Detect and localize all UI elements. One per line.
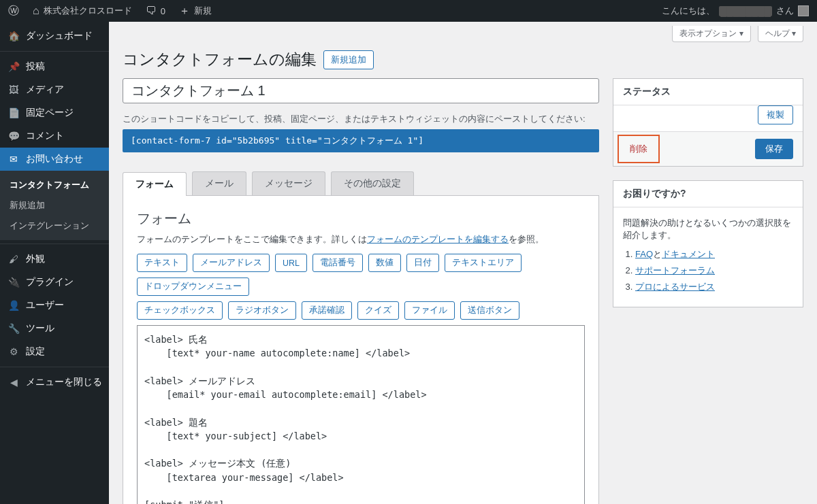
- menu-separator: [0, 243, 109, 244]
- menu-contact[interactable]: ✉お問い合わせ: [0, 148, 109, 171]
- menu-pages[interactable]: 📄固定ページ: [0, 101, 109, 124]
- menu-posts[interactable]: 📌投稿: [0, 55, 109, 78]
- tag-number[interactable]: 数値: [368, 254, 401, 272]
- form-template-editor[interactable]: [137, 325, 585, 504]
- docs-link[interactable]: ドキュメント: [662, 249, 715, 259]
- collapse-icon: ◀: [7, 377, 20, 388]
- menu-label: メニューを閉じる: [26, 376, 102, 388]
- form-template-doc-link[interactable]: フォームのテンプレートを編集する: [367, 234, 509, 244]
- form-title-input[interactable]: [123, 78, 599, 103]
- desc-post: を参照。: [509, 234, 544, 244]
- site-name-link[interactable]: ⌂株式会社クロスロード: [30, 0, 135, 22]
- menu-collapse[interactable]: ◀メニューを閉じる: [0, 371, 109, 394]
- menu-comments[interactable]: 💬コメント: [0, 124, 109, 148]
- dashboard-icon: 🏠: [7, 31, 20, 41]
- pin-icon: 📌: [7, 61, 20, 72]
- admin-bar: ⓦ ⌂株式会社クロスロード 🗨0 ＋新規 こんにちは、 ████████ さん: [0, 0, 817, 22]
- menu-dashboard[interactable]: 🏠ダッシュボード: [0, 24, 109, 48]
- new-content-link[interactable]: ＋新規: [176, 0, 214, 22]
- duplicate-button[interactable]: 複製: [758, 105, 793, 124]
- greeting-prefix: こんにちは、: [662, 5, 715, 17]
- tag-dropdown[interactable]: ドロップダウンメニュー: [137, 278, 249, 296]
- help-link-item: プロによるサービス: [635, 281, 793, 293]
- menu-users[interactable]: 👤ユーザー: [0, 294, 109, 317]
- my-account-link[interactable]: こんにちは、 ████████ さん: [659, 0, 812, 22]
- help-link-item: サポートフォーラム: [635, 265, 793, 277]
- shortcode-description: このショートコードをコピーして、投稿、固定ページ、またはテキストウィジェットの内…: [123, 113, 599, 125]
- tag-email[interactable]: メールアドレス: [193, 254, 270, 272]
- tag-acceptance[interactable]: 承諾確認: [302, 301, 352, 320]
- menu-label: 投稿: [26, 61, 45, 73]
- status-postbox: ステータス 複製 削除 保存: [613, 78, 803, 167]
- new-label: 新規: [194, 5, 212, 17]
- screen-options-toggle[interactable]: 表示オプション ▾: [672, 26, 750, 42]
- support-forum-link[interactable]: サポートフォーラム: [635, 265, 715, 275]
- menu-media[interactable]: 🖼メディア: [0, 78, 109, 101]
- submenu-contact-addnew[interactable]: 新規追加: [0, 195, 109, 216]
- media-icon: 🖼: [7, 84, 20, 95]
- tag-date[interactable]: 日付: [406, 254, 439, 272]
- tag-textarea[interactable]: テキストエリア: [445, 254, 522, 272]
- plus-icon: ＋: [179, 4, 190, 18]
- comments-link[interactable]: 🗨0: [143, 0, 168, 22]
- comment-icon: 🗨: [146, 5, 157, 17]
- plugin-icon: 🔌: [7, 277, 20, 288]
- tab-mail[interactable]: メール: [192, 171, 246, 195]
- menu-tools[interactable]: 🔧ツール: [0, 317, 109, 340]
- tag-url[interactable]: URL: [275, 254, 307, 272]
- gear-icon: ⚙: [7, 346, 20, 357]
- tag-submit[interactable]: 送信ボタン: [460, 301, 519, 320]
- delete-link[interactable]: 削除: [623, 140, 654, 158]
- save-button[interactable]: 保存: [755, 139, 793, 159]
- form-panel-heading: フォーム: [137, 209, 585, 228]
- form-panel: フォーム フォームのテンプレートをここで編集できます。詳しくはフォームのテンプレ…: [123, 195, 599, 504]
- submenu-contact-forms[interactable]: コンタクトフォーム: [0, 175, 109, 195]
- menu-settings[interactable]: ⚙設定: [0, 340, 109, 363]
- wrench-icon: 🔧: [7, 323, 20, 334]
- add-new-button[interactable]: 新規追加: [323, 50, 374, 69]
- comment-icon: 💬: [7, 131, 20, 141]
- user-icon: 👤: [7, 300, 20, 311]
- tag-file[interactable]: ファイル: [404, 301, 455, 320]
- brush-icon: 🖌: [7, 254, 20, 265]
- tag-row-1: テキスト メールアドレス URL 電話番号 数値 日付 テキストエリア ドロップ…: [137, 254, 585, 296]
- menu-label: プラグイン: [26, 276, 74, 288]
- shortcode-box[interactable]: [contact-form-7 id="5b2b695" title="コンタク…: [123, 129, 599, 152]
- tab-messages[interactable]: メッセージ: [252, 171, 325, 195]
- pro-services-link[interactable]: プロによるサービス: [635, 282, 715, 292]
- menu-label: ツール: [26, 322, 54, 335]
- menu-appearance[interactable]: 🖌外観: [0, 248, 109, 271]
- tag-radio[interactable]: ラジオボタン: [228, 301, 296, 320]
- menu-label: ダッシュボード: [26, 30, 93, 42]
- menu-label: コメント: [26, 130, 64, 142]
- tag-text[interactable]: テキスト: [137, 254, 187, 272]
- menu-separator: [0, 51, 109, 52]
- help-postbox: お困りですか? 問題解決の助けとなるいくつかの選択肢を紹介します。 FAQとドキ…: [613, 180, 803, 307]
- home-icon: ⌂: [33, 5, 39, 17]
- desc-pre: フォームのテンプレートをここで編集できます。詳しくは: [137, 234, 367, 244]
- tab-additional[interactable]: その他の設定: [331, 171, 414, 195]
- faq-link[interactable]: FAQ: [635, 249, 653, 259]
- submenu-contact: コンタクトフォーム 新規追加 インテグレーション: [0, 171, 109, 240]
- tag-tel[interactable]: 電話番号: [313, 254, 363, 272]
- status-title: ステータス: [613, 79, 803, 105]
- menu-label: 固定ページ: [26, 107, 74, 119]
- menu-label: お問い合わせ: [26, 153, 83, 165]
- submenu-contact-integration[interactable]: インテグレーション: [0, 216, 109, 236]
- content-area: 表示オプション ▾ ヘルプ ▾ コンタクトフォームの編集 新規追加 このショート…: [109, 22, 817, 504]
- screen-meta: 表示オプション ▾ ヘルプ ▾: [123, 22, 803, 42]
- help-toggle[interactable]: ヘルプ ▾: [758, 26, 803, 42]
- menu-plugins[interactable]: 🔌プラグイン: [0, 271, 109, 294]
- tag-quiz[interactable]: クイズ: [357, 301, 399, 320]
- tag-checkbox[interactable]: チェックボックス: [137, 301, 223, 320]
- menu-label: 設定: [26, 346, 45, 358]
- comments-count: 0: [161, 6, 165, 16]
- mail-icon: ✉: [7, 154, 20, 165]
- admin-menu: 🏠ダッシュボード 📌投稿 🖼メディア 📄固定ページ 💬コメント ✉お問い合わせ …: [0, 22, 109, 504]
- username-masked: ████████: [719, 6, 772, 16]
- help-title: お困りですか?: [613, 181, 803, 207]
- page-title: コンタクトフォームの編集: [123, 49, 317, 70]
- help-links-list: FAQとドキュメント サポートフォーラム プロによるサービス: [635, 248, 793, 293]
- tab-form[interactable]: フォーム: [123, 172, 187, 196]
- wp-logo[interactable]: ⓦ: [5, 0, 22, 22]
